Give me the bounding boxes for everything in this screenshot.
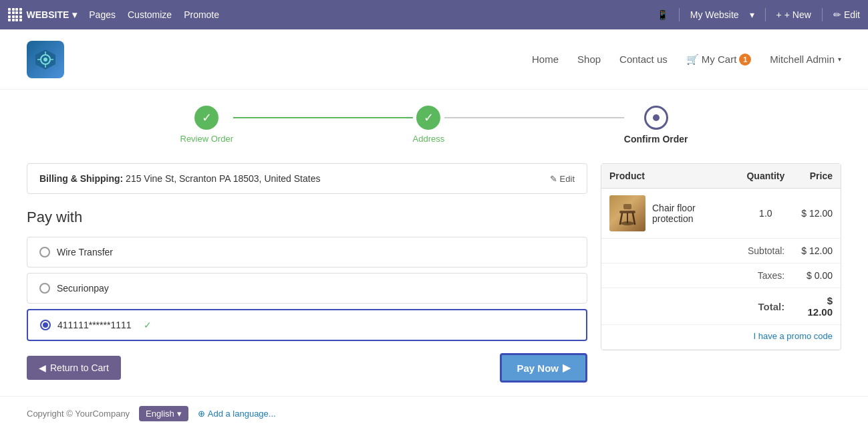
contact-link[interactable]: Contact us <box>619 54 668 65</box>
pay-now-label: Pay Now <box>517 362 559 374</box>
lang-caret: ▾ <box>177 409 182 419</box>
website-caret: ▾ <box>72 9 77 20</box>
payment-option-securion[interactable]: Securionpay <box>27 273 587 304</box>
copyright-text: Copyright © YourCompany <box>27 409 130 419</box>
cart-label: My Cart <box>702 54 737 65</box>
my-website-link[interactable]: My Website <box>690 9 739 20</box>
website-menu[interactable]: WEBSITE ▾ <box>8 8 77 22</box>
right-panel: Product Quantity Price <box>601 163 841 383</box>
user-menu[interactable]: Mitchell Admin ▾ <box>770 54 841 65</box>
main-content: Billing & Shipping: 215 Vine St, Scranto… <box>0 152 868 396</box>
step-confirm-label: Confirm Order <box>624 134 688 144</box>
grid-icon <box>8 8 23 22</box>
add-language-link[interactable]: ⊕ Add a language... <box>198 409 276 419</box>
card-check-icon: ✓ <box>144 320 152 330</box>
product-price: $ 12.00 <box>792 189 841 239</box>
radio-wire <box>39 247 50 257</box>
logo[interactable] <box>27 41 64 78</box>
step-review-icon: ✓ <box>194 106 219 130</box>
step-review-label: Review Order <box>180 134 233 144</box>
nav-bar: Home Shop Contact us 🛒 My Cart 1 Mitchel… <box>0 29 868 90</box>
col-product: Product <box>601 164 738 189</box>
billing-label: Billing & Shipping: <box>39 173 123 184</box>
step-confirm: Confirm Order <box>624 106 688 144</box>
step-confirm-icon <box>644 106 668 130</box>
taxes-row: Taxes: $ 0.00 <box>601 263 841 288</box>
order-summary: Product Quantity Price <box>601 163 841 350</box>
svg-point-12 <box>621 221 634 225</box>
col-quantity: Quantity <box>738 164 792 189</box>
new-button[interactable]: + + New <box>776 9 811 20</box>
col-price: Price <box>792 164 841 189</box>
cart-icon: 🛒 <box>686 54 699 66</box>
promo-row: I have a promo code <box>601 325 841 350</box>
pencil-icon: ✏ <box>833 9 841 20</box>
admin-bar: WEBSITE ▾ Pages Customize Promote 📱 My W… <box>0 0 868 29</box>
home-link[interactable]: Home <box>532 54 559 65</box>
user-label: Mitchell Admin <box>770 54 835 65</box>
step-line-2 <box>444 117 624 118</box>
radio-card <box>40 320 51 330</box>
wire-label: Wire Transfer <box>57 247 113 257</box>
shop-link[interactable]: Shop <box>577 54 601 65</box>
product-row: Chair floor protection 1.0 $ 12.00 <box>601 189 841 239</box>
svg-rect-7 <box>623 204 631 209</box>
edit-pencil-icon: ✎ <box>550 174 557 184</box>
billing-edit-link[interactable]: ✎ Edit <box>550 174 575 184</box>
radio-card-inner <box>43 322 48 328</box>
step-address: ✓ Address <box>413 106 445 144</box>
product-qty: 1.0 <box>738 189 792 239</box>
product-image <box>609 195 645 231</box>
pages-link[interactable]: Pages <box>89 9 116 20</box>
user-caret: ▾ <box>838 56 841 63</box>
language-label: English <box>146 409 174 419</box>
left-panel: Billing & Shipping: 215 Vine St, Scranto… <box>27 163 587 383</box>
pay-with-title: Pay with <box>27 209 587 226</box>
billing-address: 215 Vine St, Scranton PA 18503, United S… <box>126 173 320 184</box>
step-address-label: Address <box>413 134 445 144</box>
payment-option-card[interactable]: 411111******1111 ✓ <box>27 309 587 341</box>
order-table: Product Quantity Price <box>601 164 841 350</box>
website-label: WEBSITE <box>27 9 69 20</box>
return-to-cart-button[interactable]: ◀ Return to Cart <box>27 356 121 380</box>
plus-icon: + <box>776 9 782 20</box>
buttons-row: ◀ Return to Cart Pay Now ▶ <box>27 353 587 383</box>
cart-link[interactable]: 🛒 My Cart 1 <box>686 54 752 66</box>
card-label: 411111******1111 <box>57 320 132 330</box>
payment-option-wire[interactable]: Wire Transfer <box>27 237 587 268</box>
billing-edit-label: Edit <box>560 174 575 184</box>
cart-badge: 1 <box>739 54 751 66</box>
radio-securion <box>39 283 50 294</box>
checkout-steps: ✓ Review Order ✓ Address Confirm Order <box>0 90 868 152</box>
pay-now-button[interactable]: Pay Now ▶ <box>500 353 587 383</box>
language-button[interactable]: English ▾ <box>139 406 188 421</box>
customize-link[interactable]: Customize <box>128 9 172 20</box>
taxes-label: Taxes: <box>601 263 792 288</box>
divider2 <box>765 8 766 21</box>
promote-link[interactable]: Promote <box>184 9 219 20</box>
edit-button[interactable]: ✏ Edit <box>833 9 860 20</box>
step-line-1 <box>233 117 413 118</box>
nav-links: Home Shop Contact us 🛒 My Cart 1 Mitchel… <box>532 54 841 66</box>
subtotal-val: $ 12.00 <box>792 239 841 263</box>
product-cell: Chair floor protection <box>601 189 738 239</box>
step-review: ✓ Review Order <box>180 106 233 144</box>
plus-circle-icon: ⊕ <box>198 409 205 419</box>
product-name: Chair floor protection <box>652 203 730 224</box>
promo-link[interactable]: I have a promo code <box>753 331 833 341</box>
taxes-val: $ 0.00 <box>792 263 841 288</box>
logo-icon <box>27 41 64 78</box>
my-website-caret: ▾ <box>750 9 754 20</box>
total-row: Total: $ 12.00 <box>601 288 841 325</box>
mobile-icon[interactable]: 📱 <box>657 9 668 20</box>
return-label: Return to Cart <box>50 362 109 373</box>
billing-info: Billing & Shipping: 215 Vine St, Scranto… <box>39 173 320 184</box>
total-label: Total: <box>601 288 792 325</box>
svg-point-2 <box>43 58 47 62</box>
divider <box>679 8 680 21</box>
total-val: $ 12.00 <box>792 288 841 325</box>
divider3 <box>822 8 823 21</box>
left-arrow-icon: ◀ <box>39 362 46 373</box>
right-arrow-icon: ▶ <box>563 362 571 374</box>
footer: Copyright © YourCompany English ▾ ⊕ Add … <box>0 396 868 426</box>
